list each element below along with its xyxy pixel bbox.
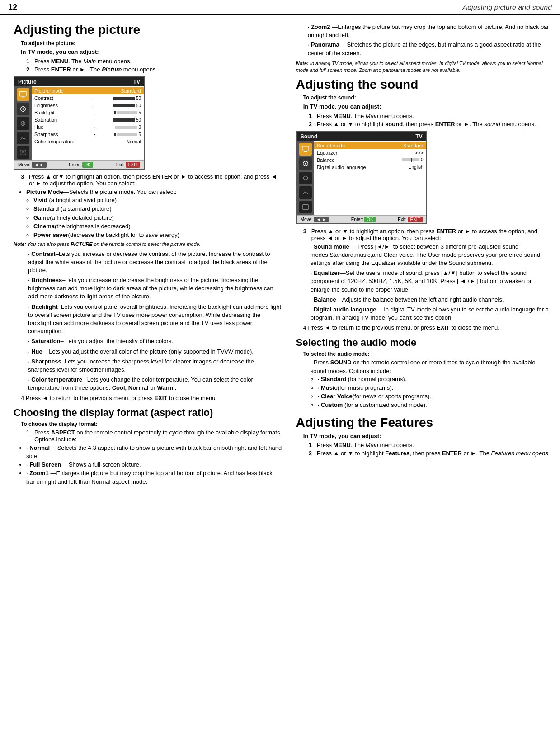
- hue-detail: · Hue – Lets you adjust the overall colo…: [28, 348, 282, 356]
- picture-details-list: · Contrast–Lets you increase or decrease…: [21, 250, 282, 392]
- tv-mode-heading: In TV mode, you can adjust:: [21, 48, 282, 57]
- sound-mode-row: Sound mode Standard: [314, 142, 426, 149]
- tv-mode-features-heading: In TV mode, you can adjust:: [303, 432, 552, 441]
- saturation-row: Saturation · 50: [32, 116, 144, 123]
- balance-row: Balance 0: [314, 156, 426, 164]
- zoom1-option: · Zoom1 —Enlarges the picture but may cr…: [26, 469, 282, 486]
- svg-rect-5: [20, 150, 26, 155]
- step-4-sound: 4 Press ◄ to return to the previous menu…: [303, 324, 552, 332]
- digital-audio-detail: · Digital audio language— In digital TV …: [311, 306, 552, 322]
- sound-tv-panel: Sound TV: [296, 131, 427, 224]
- picture-options-list: Picture Mode—Selects the picture mode. Y…: [26, 188, 282, 239]
- sound-icon-4: [299, 186, 312, 199]
- zoom2-item: · Zoom2 —Enlarges the picture but may cr…: [308, 23, 552, 39]
- sound-icon-1: [299, 143, 312, 156]
- picture-icon-active: [17, 88, 29, 101]
- sound-icon-2: [299, 157, 312, 170]
- picture-panel-main: Picture mode Standard Contrast · 50 Brig…: [32, 86, 144, 160]
- aspect-ratio-title: Choosing the display format (aspect rati…: [14, 407, 282, 419]
- picture-icon-5: [17, 146, 29, 159]
- picture-panel-sidebar: [14, 86, 32, 160]
- sound-icon-3: [299, 172, 312, 184]
- svg-rect-1: [21, 97, 24, 98]
- step-3-picture: 3 Press ▲ or▼ to highlight an option, th…: [21, 173, 282, 187]
- sound-mode-detail: · Sound mode — Press [◄/►] to select bet…: [311, 243, 552, 268]
- picture-tv-panel: Picture TV: [14, 76, 145, 170]
- step-1-aspect: 1 Press ASPECT on the remote control rep…: [26, 429, 282, 443]
- step-4-picture: 4 Press ◄ to return to the previous menu…: [21, 394, 282, 403]
- contrast-detail: · Contrast–Lets you increase or decrease…: [28, 250, 282, 275]
- audio-mode-list: · Press SOUND on the remote control one …: [303, 359, 552, 409]
- content-area: Adjusting the picture To adjust the pict…: [0, 15, 560, 492]
- picture-icon-2: [17, 103, 29, 115]
- audio-mode-title: Selecting the audio mode: [296, 337, 552, 349]
- backlight-detail: · Backlight–Lets you control panel overa…: [28, 303, 282, 336]
- svg-point-3: [22, 108, 24, 110]
- clearvoice-audio: · Clear Voice(for news or sports program…: [318, 392, 552, 401]
- svg-point-10: [303, 176, 307, 180]
- left-column: Adjusting the picture To adjust the pict…: [14, 23, 282, 487]
- to-adjust-heading: To adjust the picture:: [21, 40, 282, 47]
- svg-rect-7: [304, 151, 307, 152]
- picture-panel-header: Picture TV: [14, 77, 144, 86]
- contrast-row: Contrast · 50: [32, 94, 144, 102]
- sound-panel-footer: Move: ◄ ► Enter: OK Exit: EXIT: [297, 215, 426, 223]
- sharpness-detail: · Sharpness–Lets you increase the sharpn…: [28, 358, 282, 374]
- note-analog: Note: In analog TV mode, allows you to s…: [296, 60, 552, 74]
- colortemp-detail: · Color temperature –Lets you change the…: [28, 376, 282, 392]
- aspect-options-list: · Normal —Selects the 4:3 aspect ratio t…: [26, 444, 282, 486]
- equalizer-detail: · Equalizer—Set the users' mode of sound…: [311, 269, 552, 294]
- sound-panel-sidebar: [297, 141, 314, 215]
- tv-mode-sound-heading: In TV mode, you can adjust:: [303, 103, 552, 111]
- adjust-picture-title: Adjusting the picture: [14, 23, 282, 37]
- page-header: 12 Adjusting picture and sound: [0, 0, 560, 15]
- colortemp-row: Color temperature · Normal: [32, 138, 144, 145]
- equalizer-row: Equalizer >>>: [314, 149, 426, 156]
- page-number: 12: [8, 3, 17, 12]
- svg-rect-0: [20, 92, 26, 96]
- music-audio: · Music(for music programs).: [318, 384, 552, 392]
- step-1-picture: 1 Press MENU. The Main menu opens.: [26, 58, 282, 65]
- sound-icon-5: [299, 201, 312, 213]
- right-top-list: · Zoom2 —Enlarges the picture but may cr…: [303, 23, 552, 57]
- to-adjust-sound-heading: To adjust the sound:: [303, 94, 552, 102]
- picture-icon-4: [17, 132, 29, 144]
- sharpness-row: Sharpness · 5: [32, 131, 144, 138]
- saturation-detail: · Saturation– Lets you adjust the intens…: [28, 337, 282, 345]
- backlight-row: Backlight · 5: [32, 109, 144, 116]
- picture-mode-option: Picture Mode—Selects the picture mode. Y…: [26, 188, 282, 239]
- balance-detail: · Balance—Adjusts the balance between th…: [311, 296, 552, 304]
- picture-panel-body: Picture mode Standard Contrast · 50 Brig…: [14, 86, 144, 160]
- adjust-sound-title: Adjusting the sound: [296, 78, 552, 92]
- brightness-detail: · Brightness–Lets you increase or decrea…: [28, 276, 282, 301]
- step-3-sound: 3 Press ▲ or ▼ to highlight an option, t…: [303, 228, 552, 241]
- picture-panel-footer: Move: ◄ ► Enter: OK Exit: EXIT: [14, 160, 144, 169]
- svg-rect-6: [302, 146, 308, 151]
- normal-option: · Normal —Selects the 4:3 aspect ratio t…: [26, 444, 282, 460]
- audio-mode-intro: · Press SOUND on the remote control one …: [311, 359, 552, 409]
- note-picture: Note: You can also press PICTURE on the …: [14, 241, 282, 248]
- custom-audio: · Custom (for a customized sound mode).: [318, 401, 552, 409]
- to-choose-heading: To choose the display format:: [21, 420, 282, 428]
- brightness-row: Brightness · 50: [32, 102, 144, 109]
- page-title: Adjusting picture and sound: [463, 4, 552, 12]
- step-2-sound: 2 Press ▲ or ▼ to highlight sound, then …: [309, 121, 552, 127]
- to-select-audio-heading: To select the audio mode:: [303, 350, 552, 358]
- sound-panel-body: Sound mode Standard Equalizer >>> Balanc…: [297, 141, 426, 215]
- digital-audio-row: Digital audio language English: [314, 164, 426, 171]
- standard-audio: · Standard (for normal programs).: [318, 375, 552, 383]
- fullscreen-option: · Full Screen —Shows a full-screen pictu…: [26, 461, 282, 469]
- step-1-features: 1 Press MENU. The Main menu opens.: [309, 442, 552, 448]
- sound-panel-header: Sound TV: [297, 132, 426, 141]
- panorama-item: · Panorama —Stretches the picture at the…: [308, 41, 552, 57]
- adjust-features-title: Adjusting the Features: [296, 416, 552, 430]
- step-1-sound: 1 Press MENU. The Main menu opens.: [309, 113, 552, 119]
- sound-panel-main: Sound mode Standard Equalizer >>> Balanc…: [314, 141, 426, 215]
- svg-point-9: [305, 163, 306, 165]
- right-column: · Zoom2 —Enlarges the picture but may cr…: [296, 23, 552, 487]
- picture-icon-3: [17, 117, 29, 130]
- picture-mode-row: Picture mode Standard: [32, 87, 144, 94]
- hue-row: Hue · 0: [32, 123, 144, 131]
- sound-options-list: · Sound mode — Press [◄/►] to select bet…: [303, 243, 552, 322]
- step-2-picture: 2 Press ENTER or ► . The Picture menu op…: [26, 66, 282, 73]
